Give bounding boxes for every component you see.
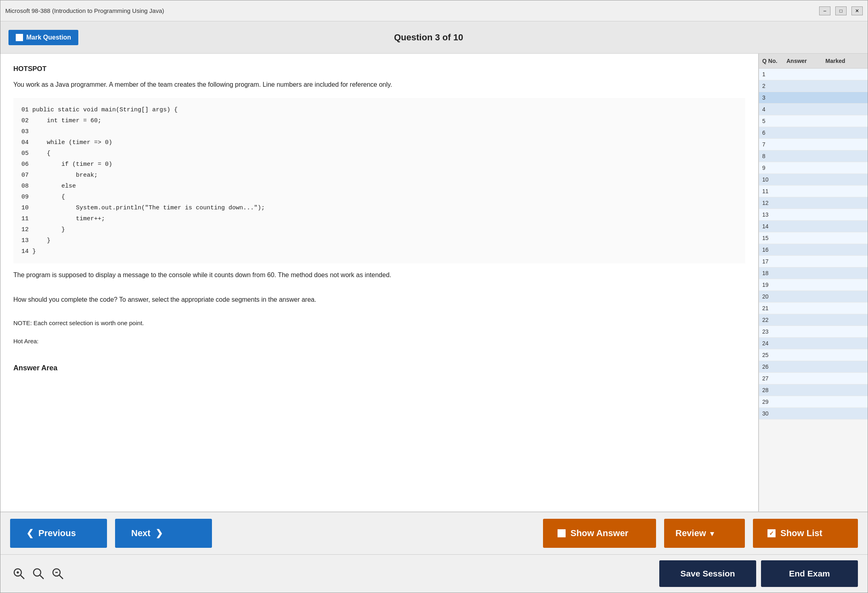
sidebar-row[interactable]: 6 [759,127,868,139]
sidebar-row[interactable]: 3 [759,92,868,104]
next-button[interactable]: Next [115,519,212,548]
sidebar-row[interactable]: 5 [759,115,868,127]
sidebar-row-answer [786,223,826,230]
sidebar-row-marked [826,223,865,230]
sidebar-row-answer [786,153,826,159]
code-line-09: 09 { [21,192,737,203]
code-line-03: 03 [21,126,737,137]
minimize-button[interactable]: – [819,6,830,15]
sidebar-row-marked [826,235,865,241]
checkmark-icon: ✓ [769,530,774,537]
sidebar-row-num: 16 [762,246,786,253]
sidebar-row-answer [786,106,826,113]
sidebar-row-marked [826,118,865,124]
review-button[interactable]: Review [664,519,745,548]
show-answer-checkbox-icon [558,529,566,537]
sidebar-row-answer [786,328,826,335]
close-button[interactable]: ✕ [851,6,863,15]
save-session-label: Save Session [680,569,735,578]
sidebar-row[interactable]: 10 [759,174,868,186]
sidebar-row[interactable]: 16 [759,244,868,256]
sidebar-row-marked [826,129,865,136]
sidebar-row-marked [826,293,865,300]
sidebar-row-marked [826,176,865,183]
code-block: 01 public static void main(String[] args… [13,98,745,263]
sidebar-row[interactable]: 19 [759,279,868,291]
question-body-2: How should you complete the code? To ans… [13,294,745,305]
zoom-in-button[interactable] [10,565,28,583]
sidebar-row[interactable]: 30 [759,408,868,420]
sidebar-row[interactable]: 12 [759,197,868,209]
sidebar-row-marked [826,141,865,148]
sidebar-row-marked [826,340,865,347]
code-line-01: 01 public static void main(String[] args… [21,104,737,115]
sidebar-row[interactable]: 17 [759,256,868,267]
sidebar-row-answer [786,258,826,265]
sidebar-row-num: 24 [762,340,786,347]
sidebar-row-marked [826,71,865,77]
save-session-button[interactable]: Save Session [659,560,756,587]
sidebar-row[interactable]: 11 [759,186,868,197]
sidebar-row[interactable]: 25 [759,349,868,361]
sidebar-row[interactable]: 26 [759,361,868,373]
zoom-out-button[interactable] [49,565,67,583]
sidebar-row[interactable]: 14 [759,221,868,232]
question-intro: You work as a Java programmer. A member … [13,79,745,90]
sidebar-row-num: 28 [762,387,786,393]
show-list-label: Show List [780,528,822,539]
bottom-session-bar: Save Session End Exam [0,554,868,593]
end-exam-label: End Exam [789,569,830,578]
sidebar-row-answer [786,235,826,241]
sidebar-row[interactable]: 23 [759,326,868,338]
previous-label: Previous [38,528,76,539]
sidebar-row-answer [786,410,826,417]
sidebar-row[interactable]: 1 [759,69,868,80]
answer-area-title: Answer Area [13,364,745,372]
previous-button[interactable]: Previous [10,519,107,548]
sidebar-row-marked [826,83,865,89]
sidebar-row-num: 22 [762,317,786,323]
sidebar-row-marked [826,188,865,194]
next-label: Next [131,528,151,539]
sidebar-row[interactable]: 13 [759,209,868,221]
sidebar-row[interactable]: 20 [759,291,868,303]
sidebar-row[interactable]: 29 [759,396,868,408]
zoom-reset-icon [32,567,45,580]
sidebar-row-answer [786,387,826,393]
zoom-out-icon [51,567,64,580]
sidebar-row[interactable]: 21 [759,303,868,314]
sidebar-row-num: 25 [762,352,786,358]
sidebar-row[interactable]: 28 [759,384,868,396]
bottom-nav-bar: Previous Next Show Answer Review ✓ Show … [0,512,868,554]
show-list-checkbox-icon: ✓ [767,529,776,537]
sidebar-row-marked [826,410,865,417]
sidebar-row-num: 8 [762,153,786,159]
question-area: HOTSPOT You work as a Java programmer. A… [0,54,759,512]
end-exam-button[interactable]: End Exam [761,560,858,587]
sidebar-row[interactable]: 15 [759,232,868,244]
sidebar-row[interactable]: 27 [759,373,868,384]
show-answer-button[interactable]: Show Answer [543,519,656,548]
title-bar: Microsoft 98-388 (Introduction to Progra… [0,0,868,21]
sidebar-row[interactable]: 22 [759,314,868,326]
sidebar-row[interactable]: 24 [759,338,868,349]
maximize-button[interactable]: □ [835,6,847,15]
sidebar-row[interactable]: 2 [759,80,868,92]
zoom-reset-button[interactable] [29,565,47,583]
sidebar-row[interactable]: 7 [759,139,868,150]
sidebar-row-marked [826,258,865,265]
code-line-12: 12 } [21,224,737,235]
show-list-button[interactable]: ✓ Show List [753,519,858,548]
sidebar-row-num: 6 [762,129,786,136]
mark-question-button[interactable]: Mark Question [8,30,78,45]
sidebar-row-answer [786,165,826,171]
sidebar-row[interactable]: 4 [759,104,868,115]
sidebar-row-answer [786,83,826,89]
sidebar-row-num: 30 [762,410,786,417]
sidebar-row[interactable]: 8 [759,150,868,162]
main-content-area: HOTSPOT You work as a Java programmer. A… [0,54,868,512]
sidebar-row-marked [826,305,865,311]
sidebar-row-num: 15 [762,235,786,241]
sidebar-row[interactable]: 18 [759,267,868,279]
sidebar-row[interactable]: 9 [759,162,868,174]
